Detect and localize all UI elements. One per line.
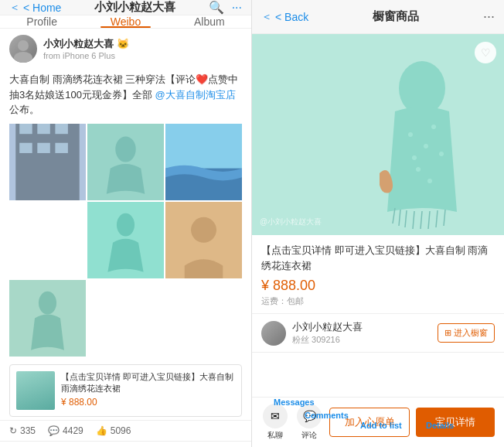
comment-count: 4429 <box>63 425 83 436</box>
profile-name: 小刘小粒赵大喜 🐱 <box>43 37 129 51</box>
friends-recommend: Friends Recommend <box>0 441 251 448</box>
product-thumbnail <box>16 371 55 410</box>
like-count: 5096 <box>111 425 131 436</box>
post-end-text: 公布。 <box>9 104 39 115</box>
seller-fans: 粉丝 309216 <box>292 334 431 346</box>
svg-point-18 <box>117 213 135 236</box>
svg-point-31 <box>427 179 432 183</box>
svg-point-1 <box>14 52 32 63</box>
product-details-button[interactable]: 宝贝详情 <box>416 408 495 437</box>
svg-point-14 <box>115 136 135 162</box>
svg-point-26 <box>424 144 428 148</box>
left-nav-actions: 🔍 ··· <box>209 0 242 15</box>
shop-link[interactable]: @大喜自制淘宝店 <box>155 89 236 101</box>
right-more-icon[interactable]: ··· <box>483 9 495 25</box>
post-main-text: 大喜自制 雨滴绣花连衣裙 三种穿法【评论 <box>9 73 196 85</box>
home-label[interactable]: < Home <box>23 2 61 14</box>
back-button[interactable]: ＜ < Back <box>261 10 308 24</box>
comment-label: 评论 <box>301 430 317 441</box>
seller-avatar <box>261 321 286 346</box>
photo-grid <box>0 124 251 357</box>
svg-rect-7 <box>19 124 32 134</box>
right-page-title: 橱窗商品 <box>373 9 419 24</box>
stats-row: ↻ 335 💬 4429 👍 5096 <box>0 420 251 441</box>
home-back-button[interactable]: ＜ < Home <box>9 1 61 15</box>
add-to-list-button[interactable]: 加入心愿单 <box>329 408 410 437</box>
product-preview-desc: 【点击宝贝详情 即可进入宝贝链接】大喜自制 雨滴绣花连衣裙 <box>61 371 235 395</box>
svg-rect-11 <box>37 142 50 152</box>
search-icon[interactable]: 🔍 <box>209 0 224 15</box>
product-preview[interactable]: 【点击宝贝详情 即可进入宝贝链接】大喜自制 雨滴绣花连衣裙 ¥ 888.00 <box>9 364 242 417</box>
right-panel: ＜ < Back 橱窗商品 ··· <box>252 0 504 447</box>
svg-rect-3 <box>15 124 80 200</box>
svg-point-0 <box>18 40 29 51</box>
svg-rect-10 <box>19 142 32 152</box>
profile-row: 小刘小粒赵大喜 🐱 from iPhone 6 Plus <box>0 29 251 69</box>
product-main-image: @小刘小粒赵大喜 ♡ <box>252 34 504 235</box>
photo-building[interactable] <box>9 124 86 200</box>
enter-storefront-button[interactable]: ⊞ 进入橱窗 <box>438 323 495 343</box>
right-topnav: ＜ < Back 橱窗商品 ··· <box>252 0 504 34</box>
photo-dress1[interactable] <box>87 124 164 200</box>
photo-sea[interactable] <box>165 124 242 200</box>
seller-row: 小刘小粒赵大喜 粉丝 309216 ⊞ 进入橱窗 <box>252 314 504 353</box>
back-label[interactable]: < Back <box>275 11 308 23</box>
product-preview-price: ¥ 888.00 <box>61 396 235 409</box>
profile-info: 小刘小粒赵大喜 🐱 from iPhone 6 Plus <box>43 37 129 60</box>
comment-icon: 💬 <box>48 425 60 436</box>
svg-rect-8 <box>37 124 50 134</box>
profile-sub: from iPhone 6 Plus <box>43 51 129 60</box>
svg-point-29 <box>439 152 444 156</box>
svg-rect-15 <box>165 124 242 169</box>
left-panel: ＜ < Home 小刘小粒赵大喜 🔍 ··· Profile Weibo Alb… <box>0 0 252 447</box>
tab-weibo[interactable]: Weibo <box>83 15 167 28</box>
repost-count: 335 <box>20 425 36 436</box>
product-details-section: 【点击宝贝详情 即可进入宝贝链接】大喜自制 雨滴绣花连衣裙 ¥ 888.00 运… <box>252 235 504 314</box>
more-icon[interactable]: ··· <box>232 1 242 15</box>
svg-rect-23 <box>252 34 504 235</box>
svg-point-25 <box>408 132 413 137</box>
storefront-label: 进入橱窗 <box>454 327 488 339</box>
like-icon: 👍 <box>96 425 107 436</box>
back-chevron-icon: ＜ <box>261 10 272 24</box>
seller-name: 小刘小粒赵大喜 <box>292 320 431 334</box>
message-icon: ✉ <box>263 404 288 428</box>
svg-rect-12 <box>55 142 68 152</box>
message-button[interactable]: ✉ 私聊 <box>261 404 289 441</box>
bottom-actions-right: ✉ 私聊 💬 评论 加入心愿单 宝贝详情 <box>252 397 504 447</box>
product-price: ¥ 888.00 <box>261 278 495 294</box>
comment-button[interactable]: 💬 评论 <box>295 404 323 441</box>
message-label: 私聊 <box>267 430 283 441</box>
left-page-title: 小刘小粒赵大喜 <box>61 0 208 15</box>
photo-dress2[interactable] <box>87 202 164 278</box>
tab-album[interactable]: Album <box>168 15 251 28</box>
left-topnav: ＜ < Home 小刘小粒赵大喜 🔍 ··· <box>0 0 251 15</box>
comment-stat[interactable]: 💬 4429 <box>48 425 83 436</box>
svg-point-30 <box>416 167 421 172</box>
watermark: @小刘小粒赵大喜 <box>260 217 322 227</box>
svg-point-20 <box>191 217 216 242</box>
svg-point-28 <box>431 125 436 129</box>
photo-portrait[interactable] <box>165 202 242 278</box>
like-stat[interactable]: 👍 5096 <box>96 425 131 436</box>
product-shipping: 运费：包邮 <box>261 295 495 307</box>
avatar <box>9 35 37 63</box>
seller-info: 小刘小粒赵大喜 粉丝 309216 <box>292 320 431 346</box>
photo-dress3[interactable] <box>9 280 86 357</box>
repost-stat[interactable]: ↻ 335 <box>9 425 36 436</box>
svg-point-27 <box>412 155 417 160</box>
storefront-icon: ⊞ <box>444 328 451 338</box>
svg-point-22 <box>39 291 56 314</box>
post-text: 大喜自制 雨滴绣花连衣裙 三种穿法【评论❤️点赞中抽3名姑娘送100元现金券】全… <box>0 69 251 124</box>
svg-rect-9 <box>55 124 68 134</box>
repost-icon: ↻ <box>9 425 17 436</box>
heart-icon: ❤️ <box>196 73 208 85</box>
favorite-button[interactable]: ♡ <box>475 42 496 63</box>
back-icon: ＜ <box>9 1 20 15</box>
left-tabs: Profile Weibo Album <box>0 15 251 29</box>
product-title: 【点击宝贝详情 即可进入宝贝链接】大喜自制 雨滴绣花连衣裙 <box>261 243 495 273</box>
tab-profile[interactable]: Profile <box>0 15 83 28</box>
comment-icon: 💬 <box>297 404 322 428</box>
